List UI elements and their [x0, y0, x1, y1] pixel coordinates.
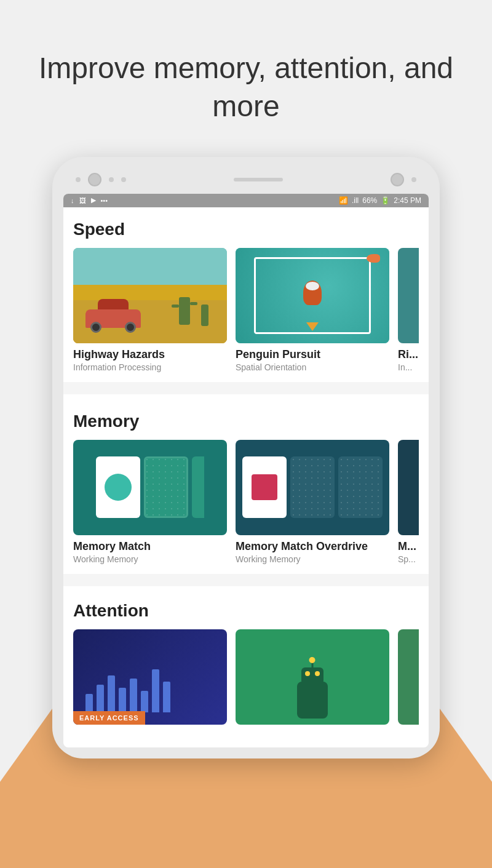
bar-3 [108, 675, 115, 712]
memory-section: Memory [73, 412, 419, 564]
battery-icon: 🔋 [381, 196, 390, 205]
highway-hazards-card[interactable]: Highway Hazards Information Processing [73, 248, 227, 372]
partial-memory-name: M... [398, 540, 419, 553]
section-divider-2 [63, 574, 429, 586]
partial-memory-thumbnail [398, 440, 419, 535]
car-body [85, 309, 141, 328]
phone-speaker [234, 178, 283, 181]
overdrive-card-dark-2 [338, 456, 383, 518]
status-bar-right: 📶 .ill 66% 🔋 2:45 PM [339, 196, 421, 205]
car-wheel-right [125, 322, 136, 333]
status-bar: ↓ 🖼 ▶ ••• 📶 .ill 66% 🔋 2:45 PM [63, 194, 429, 207]
down-arrow [306, 322, 319, 331]
penguin-pursuit-name: Penguin Pursuit [236, 348, 389, 361]
bar-8 [163, 682, 170, 712]
bar-1 [85, 694, 93, 712]
memory-section-header: Memory [73, 412, 419, 431]
highway-hazards-name: Highway Hazards [73, 348, 227, 361]
memory-overdrive-card[interactable]: Memory Match Overdrive Working Memory [236, 440, 389, 564]
signal-icon: .ill [352, 196, 359, 205]
early-access-badge: EARLY ACCESS [73, 711, 145, 725]
attention-game-1-card[interactable]: EARLY ACCESS [73, 629, 227, 725]
bar-6 [141, 691, 148, 712]
partial-speed-thumbnail [398, 248, 419, 343]
video-icon: ▶ [91, 196, 96, 204]
memory-card-dark-1 [144, 456, 188, 518]
partial-speed-card: Ri... In... [398, 248, 419, 372]
partial-attention-thumbnail [398, 629, 419, 725]
cactus-2 [201, 305, 208, 326]
wifi-icon: 📶 [339, 196, 348, 205]
car [85, 297, 141, 328]
status-bar-left: ↓ 🖼 ▶ ••• [71, 196, 108, 204]
memory-dot-pattern-1 [144, 456, 188, 518]
memory-card-white [96, 456, 140, 518]
partial-speed-name: Ri... [398, 348, 419, 361]
penguin-figure [303, 281, 322, 305]
phone-screen: ↓ 🖼 ▶ ••• 📶 .ill 66% 🔋 2:45 PM [63, 194, 429, 747]
phone-top-bar [63, 168, 429, 194]
memory-overdrive-category: Working Memory [236, 554, 389, 564]
partial-memory-card: M... Sp... [398, 440, 419, 564]
bar-5 [130, 679, 137, 712]
battery-percent: 66% [362, 196, 377, 205]
attention-game-2-card[interactable] [236, 629, 389, 725]
attention-game-1-thumbnail: EARLY ACCESS [73, 629, 227, 725]
memory-match-name: Memory Match [73, 540, 227, 553]
memory-overdrive-thumbnail [236, 440, 389, 535]
speed-section: Speed [73, 220, 419, 372]
phone-camera-right [391, 173, 416, 186]
phone-mockup: ↓ 🖼 ▶ ••• 📶 .ill 66% 🔋 2:45 PM [0, 157, 492, 759]
app-content: Speed [63, 207, 429, 737]
phone-dot-left [76, 177, 81, 182]
memory-partial-card [192, 456, 204, 518]
phone-camera-left [76, 173, 126, 186]
partial-attention-card [398, 629, 419, 725]
more-icon: ••• [101, 197, 108, 204]
highway-hazards-thumbnail [73, 248, 227, 343]
speed-section-header: Speed [73, 220, 419, 239]
car-wheel-left [90, 322, 101, 333]
phone-camera-main-left [88, 173, 101, 186]
overdrive-square [252, 474, 277, 500]
time-display: 2:45 PM [394, 196, 421, 205]
attention-section: Attention [73, 601, 419, 725]
speed-games-row: Highway Hazards Information Processing [73, 248, 419, 372]
bar-4 [119, 688, 126, 712]
bar-7 [152, 669, 159, 712]
robot-antenna [312, 659, 314, 671]
header-section: Improve memory, attention, and more [0, 0, 492, 151]
robot-body [297, 682, 328, 719]
memory-match-thumbnail [73, 440, 227, 535]
fish-icon [367, 254, 380, 263]
attention-games-row: EARLY ACCESS [73, 629, 419, 725]
bar-2 [97, 685, 104, 712]
cactus-1 [179, 297, 190, 325]
highway-hazards-category: Information Processing [73, 362, 227, 372]
memory-match-category: Working Memory [73, 554, 227, 564]
section-divider-1 [63, 382, 429, 394]
image-icon: 🖼 [79, 197, 86, 204]
robot-eye-left [305, 671, 310, 676]
penguin-pursuit-thumbnail [236, 248, 389, 343]
phone-dot-right [411, 177, 416, 182]
phone-outer: ↓ 🖼 ▶ ••• 📶 .ill 66% 🔋 2:45 PM [52, 157, 440, 759]
phone-camera-main-right [391, 173, 404, 186]
penguin-pursuit-category: Spatial Orientation [236, 362, 389, 372]
attention-game-2-thumbnail [236, 629, 389, 725]
partial-speed-category: In... [398, 362, 419, 372]
partial-memory-category: Sp... [398, 554, 419, 564]
memory-match-card[interactable]: Memory Match Working Memory [73, 440, 227, 564]
overdrive-card-dark-1 [290, 456, 335, 518]
phone-dot-left2 [109, 177, 114, 182]
header-title: Improve memory, attention, and more [37, 49, 455, 126]
memory-overdrive-name: Memory Match Overdrive [236, 540, 389, 553]
phone-dot-left3 [121, 177, 126, 182]
overdrive-card-white [242, 456, 287, 518]
attention-section-header: Attention [73, 601, 419, 621]
robot-eye-right [315, 671, 320, 676]
attention-bars [85, 669, 170, 712]
penguin-pursuit-card[interactable]: Penguin Pursuit Spatial Orientation [236, 248, 389, 372]
memory-games-row: Memory Match Working Memory [73, 440, 419, 564]
download-icon: ↓ [71, 197, 74, 204]
